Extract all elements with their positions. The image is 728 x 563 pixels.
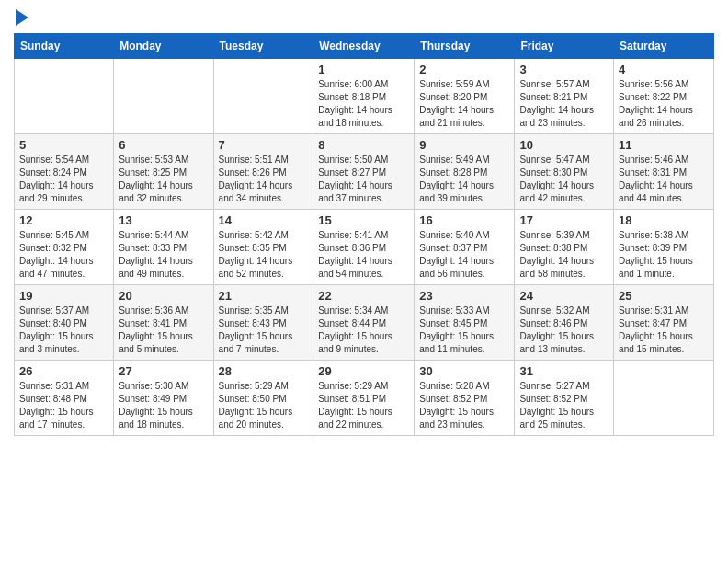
day-info-line: Sunrise: 5:41 AM [318, 229, 409, 242]
col-thursday: Thursday [415, 34, 515, 59]
day-info-line: Sunrise: 5:31 AM [619, 304, 709, 317]
day-info-line: and 21 minutes. [419, 117, 509, 130]
col-monday: Monday [114, 34, 213, 59]
day-number: 1 [318, 63, 409, 76]
day-info-line: Sunrise: 5:36 AM [119, 304, 208, 317]
day-number: 3 [519, 63, 609, 76]
day-info-line: Daylight: 15 hours [219, 406, 309, 419]
calendar-cell: 30Sunrise: 5:28 AMSunset: 8:52 PMDayligh… [415, 361, 515, 436]
day-info-line: and 1 minute. [619, 268, 709, 281]
day-number: 17 [519, 213, 609, 227]
day-number: 10 [519, 138, 609, 152]
day-info-line: Sunset: 8:26 PM [219, 167, 309, 179]
logo-arrow-icon [16, 9, 28, 26]
day-info-line: Sunset: 8:49 PM [119, 393, 208, 406]
day-info-line: and 13 minutes. [519, 343, 609, 356]
day-info-line: and 54 minutes. [318, 268, 409, 281]
day-info-line: Daylight: 15 hours [119, 406, 208, 419]
day-number: 24 [519, 289, 609, 303]
day-info-line: Sunset: 8:44 PM [318, 317, 409, 330]
day-info-line: Sunrise: 5:35 AM [219, 304, 309, 317]
day-info-line: Daylight: 15 hours [419, 330, 509, 343]
day-info-line: and 32 minutes. [119, 192, 208, 205]
day-info-line: Sunrise: 5:30 AM [119, 380, 208, 393]
day-number: 6 [119, 138, 208, 152]
day-info-line: Daylight: 14 hours [318, 104, 409, 117]
day-info-line: Daylight: 14 hours [119, 179, 208, 192]
calendar-cell: 9Sunrise: 5:49 AMSunset: 8:28 PMDaylight… [415, 134, 515, 210]
day-number: 21 [219, 289, 309, 303]
day-info-line: Sunrise: 5:49 AM [419, 154, 509, 167]
col-tuesday: Tuesday [213, 34, 313, 59]
day-info-line: and 49 minutes. [119, 268, 208, 281]
day-info-line: Sunset: 8:51 PM [318, 393, 409, 406]
day-info-line: and 18 minutes. [119, 419, 208, 431]
day-info-line: Sunset: 8:38 PM [519, 242, 609, 255]
calendar-cell: 15Sunrise: 5:41 AMSunset: 8:36 PMDayligh… [313, 210, 415, 285]
calendar-cell: 17Sunrise: 5:39 AMSunset: 8:38 PMDayligh… [515, 210, 614, 285]
day-info-line: Daylight: 15 hours [318, 330, 409, 343]
day-info-line: and 17 minutes. [19, 419, 108, 431]
calendar-cell: 11Sunrise: 5:46 AMSunset: 8:31 PMDayligh… [614, 134, 714, 210]
day-number: 19 [19, 289, 108, 303]
day-info-line: Sunset: 8:18 PM [318, 91, 409, 104]
day-info-line: and 25 minutes. [519, 419, 609, 431]
day-info-line: Sunrise: 5:46 AM [619, 154, 709, 167]
calendar-cell: 19Sunrise: 5:37 AMSunset: 8:40 PMDayligh… [15, 285, 114, 361]
calendar-cell: 28Sunrise: 5:29 AMSunset: 8:50 PMDayligh… [213, 361, 313, 436]
calendar-cell [114, 59, 213, 134]
header-row: Sunday Monday Tuesday Wednesday Thursday… [15, 34, 714, 59]
calendar-body: 1Sunrise: 6:00 AMSunset: 8:18 PMDaylight… [15, 59, 714, 436]
col-sunday: Sunday [15, 34, 114, 59]
calendar-cell: 8Sunrise: 5:50 AMSunset: 8:27 PMDaylight… [313, 134, 415, 210]
day-number: 4 [619, 63, 709, 76]
day-info-line: Sunrise: 5:56 AM [619, 78, 709, 91]
calendar-cell: 31Sunrise: 5:27 AMSunset: 8:52 PMDayligh… [515, 361, 614, 436]
day-info-line: and 9 minutes. [318, 343, 409, 356]
day-number: 5 [19, 138, 108, 152]
day-info-line: Sunset: 8:36 PM [318, 242, 409, 255]
calendar-header: Sunday Monday Tuesday Wednesday Thursday… [15, 34, 714, 59]
day-info-line: and 23 minutes. [519, 117, 609, 130]
day-info-line: and 7 minutes. [219, 343, 309, 356]
day-info-line: Sunrise: 6:00 AM [318, 78, 409, 91]
calendar-cell: 25Sunrise: 5:31 AMSunset: 8:47 PMDayligh… [614, 285, 714, 361]
day-info-line: Daylight: 14 hours [419, 104, 509, 117]
day-info-line: Sunset: 8:41 PM [119, 317, 208, 330]
calendar-cell: 2Sunrise: 5:59 AMSunset: 8:20 PMDaylight… [415, 59, 515, 134]
day-number: 8 [318, 138, 409, 152]
calendar-cell: 22Sunrise: 5:34 AMSunset: 8:44 PMDayligh… [313, 285, 415, 361]
calendar-week-4: 19Sunrise: 5:37 AMSunset: 8:40 PMDayligh… [15, 285, 714, 361]
day-info-line: Sunrise: 5:39 AM [519, 229, 609, 242]
day-number: 15 [318, 213, 409, 227]
calendar-cell: 13Sunrise: 5:44 AMSunset: 8:33 PMDayligh… [114, 210, 213, 285]
day-info-line: Sunrise: 5:54 AM [19, 154, 108, 167]
day-number: 12 [19, 213, 108, 227]
day-info-line: and 11 minutes. [419, 343, 509, 356]
day-info-line: and 39 minutes. [419, 192, 509, 205]
calendar-cell: 1Sunrise: 6:00 AMSunset: 8:18 PMDaylight… [313, 59, 415, 134]
day-info-line: Sunset: 8:22 PM [619, 91, 709, 104]
day-number: 30 [419, 364, 509, 378]
calendar-cell [15, 59, 114, 134]
calendar-cell: 10Sunrise: 5:47 AMSunset: 8:30 PMDayligh… [515, 134, 614, 210]
day-info-line: Sunrise: 5:53 AM [119, 154, 208, 167]
logo [14, 9, 28, 26]
col-saturday: Saturday [614, 34, 714, 59]
day-info-line: and 37 minutes. [318, 192, 409, 205]
day-info-line: Sunset: 8:50 PM [219, 393, 309, 406]
day-info-line: Sunset: 8:47 PM [619, 317, 709, 330]
day-info-line: Sunset: 8:52 PM [519, 393, 609, 406]
day-info-line: Sunrise: 5:40 AM [419, 229, 509, 242]
day-info-line: Daylight: 14 hours [519, 104, 609, 117]
day-info-line: Sunset: 8:24 PM [19, 167, 108, 179]
day-info-line: Sunset: 8:27 PM [318, 167, 409, 179]
day-info-line: and 44 minutes. [619, 192, 709, 205]
day-number: 13 [119, 213, 208, 227]
day-info-line: Sunset: 8:31 PM [619, 167, 709, 179]
day-info-line: and 29 minutes. [19, 192, 108, 205]
day-info-line: Sunrise: 5:33 AM [419, 304, 509, 317]
day-info-line: Daylight: 14 hours [619, 179, 709, 192]
day-number: 7 [219, 138, 309, 152]
day-info-line: Daylight: 14 hours [219, 179, 309, 192]
